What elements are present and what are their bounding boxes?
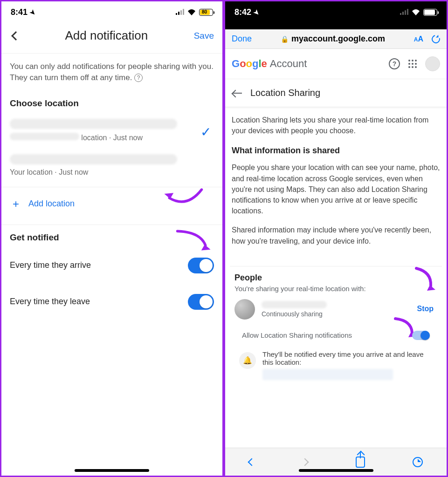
share-button[interactable] (356, 457, 365, 468)
stop-button[interactable]: Stop (417, 305, 434, 313)
intro-text: Location Sharing lets you share your rea… (232, 115, 440, 136)
annotation-arrow (162, 185, 204, 209)
allow-notifications-row: Allow Location Sharing notifications (239, 328, 433, 343)
safari-url-bar: Done 🔒 myaccount.google.com AA (225, 29, 447, 49)
what-shared-heading: What information is shared (232, 144, 440, 157)
phone-right: 8:42 Done 🔒 myaccount.google.com AA (224, 0, 448, 477)
leave-label: Every time they leave (10, 297, 90, 307)
people-heading: People (234, 273, 437, 283)
back-button[interactable] (233, 93, 242, 94)
allow-notifications-toggle[interactable] (412, 331, 430, 340)
leave-toggle-row: Every time they leave (1, 284, 222, 320)
battery-icon: 80 (199, 9, 213, 16)
google-account-logo: Google Account (232, 58, 307, 70)
location-meta: Your location · Just now (10, 168, 88, 177)
cellular-signal-icon (176, 9, 184, 15)
open-in-safari-button[interactable] (413, 457, 423, 467)
home-indicator[interactable] (75, 469, 149, 472)
safari-forward-button[interactable] (301, 458, 309, 466)
help-icon[interactable]: ? (389, 58, 400, 69)
text-size-button[interactable]: AA (414, 35, 423, 43)
check-icon: ✓ (200, 124, 211, 140)
wifi-icon (187, 9, 196, 16)
lock-icon: 🔒 (281, 35, 289, 43)
phone-left: 8:41 80 Add notification Save You can on… (0, 0, 224, 477)
location-sharing-body: Location Sharing lets you share your rea… (225, 107, 447, 262)
location-option-2[interactable]: Your location · Just now (1, 149, 222, 183)
redacted-address (10, 119, 177, 129)
notification-detail-row: 🔔 They'll be notified every time you arr… (239, 350, 433, 380)
person-avatar (234, 299, 255, 320)
location-meta: location · Just now (81, 134, 143, 142)
location-sharing-header: Location Sharing (225, 79, 447, 107)
page-title: Add notification (65, 28, 148, 43)
back-button[interactable] (11, 31, 21, 41)
save-button[interactable]: Save (194, 31, 214, 41)
location-sharing-title: Location Sharing (250, 88, 320, 98)
url-display[interactable]: 🔒 myaccount.google.com (281, 34, 385, 44)
info-icon[interactable]: ? (134, 74, 143, 82)
choose-location-heading: Choose location (1, 91, 222, 113)
redacted-name (262, 301, 327, 308)
arrive-label: Every time they arrive (10, 260, 91, 270)
status-time: 8:42 (234, 7, 251, 17)
shared-paragraph-1: People you share your location with can … (232, 162, 440, 216)
redacted-address (10, 154, 177, 164)
arrive-toggle[interactable] (188, 258, 214, 273)
redacted-location (262, 369, 393, 380)
page-header: Add notification Save (1, 20, 222, 54)
done-button[interactable]: Done (232, 34, 252, 44)
wifi-icon (411, 9, 420, 16)
google-account-header: Google Account ? (225, 49, 447, 79)
cellular-signal-icon (400, 9, 408, 15)
people-card: People You're sharing your real-time loc… (230, 266, 442, 385)
home-indicator[interactable] (299, 469, 373, 472)
location-option-1[interactable]: location · Just now ✓ (1, 113, 222, 149)
redacted-name (10, 133, 79, 140)
annotation-arrow (171, 228, 213, 251)
allow-label: Allow Location Sharing notifications (242, 331, 352, 339)
bell-icon: 🔔 (239, 352, 256, 369)
battery-level: 80 (202, 9, 207, 14)
add-location-button[interactable]: + Add location (1, 187, 222, 221)
sharing-status: Continuously sharing (262, 310, 327, 318)
annotation-arrow (409, 266, 437, 293)
status-bar: 8:41 80 (1, 1, 222, 20)
shared-paragraph-2: Shared information may include where you… (232, 225, 440, 246)
get-notified-heading: Get notified (1, 225, 222, 247)
status-bar: 8:42 (225, 1, 447, 20)
apps-icon[interactable] (408, 60, 417, 68)
add-location-label: Add location (28, 199, 75, 209)
status-time: 8:41 (11, 7, 28, 17)
avatar[interactable] (425, 56, 440, 71)
reload-button[interactable] (430, 33, 442, 45)
plus-icon: + (13, 198, 19, 211)
location-services-icon (253, 7, 260, 17)
people-subtext: You're sharing your real-time location w… (234, 285, 437, 293)
location-services-icon (29, 7, 36, 17)
leave-toggle[interactable] (188, 294, 214, 310)
battery-icon (423, 9, 437, 16)
notification-text: They'll be notified every time you arriv… (262, 350, 433, 366)
safari-top-gap (225, 20, 447, 29)
info-text: You can only add notifications for peopl… (1, 54, 222, 91)
safari-back-button[interactable] (248, 458, 256, 466)
